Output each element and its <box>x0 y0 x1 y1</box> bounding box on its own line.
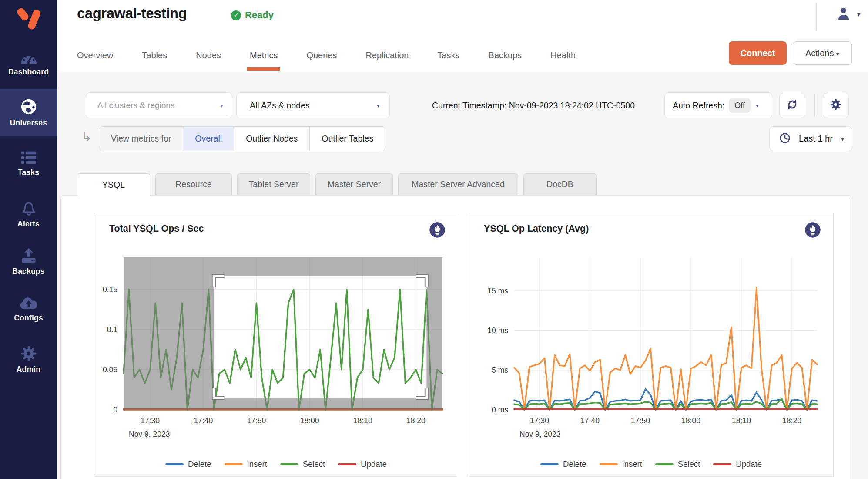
ysql-ops-plot[interactable]: 00.050.10.1517:3017:4017:5018:0018:1018:… <box>94 257 459 446</box>
clusters-regions-value: All clusters & regions <box>97 101 220 110</box>
tab-nodes[interactable]: Nodes <box>196 40 221 71</box>
legend-label: Select <box>678 459 700 469</box>
svg-text:18:10: 18:10 <box>353 416 372 425</box>
legend-swatch <box>655 463 674 465</box>
status-label: Ready <box>245 10 274 21</box>
refresh-icon <box>786 98 798 112</box>
legend-item-update[interactable]: Update <box>713 459 762 469</box>
tab-health[interactable]: Health <box>550 40 576 71</box>
metric-tab-resource[interactable]: Resource <box>155 173 232 195</box>
svg-text:18:10: 18:10 <box>732 416 751 425</box>
legend-swatch <box>338 463 356 465</box>
sidebar-item-dashboard[interactable]: Dashboard <box>0 51 57 77</box>
svg-text:0.05: 0.05 <box>103 365 117 374</box>
svg-text:18:00: 18:00 <box>681 416 700 425</box>
toolbar-divider <box>814 94 815 117</box>
svg-text:Nov 9, 2023: Nov 9, 2023 <box>129 430 170 439</box>
sidebar-item-configs[interactable]: Configs <box>0 297 57 323</box>
legend-item-update[interactable]: Update <box>338 459 387 469</box>
svg-text:0.1: 0.1 <box>107 325 117 334</box>
legend-item-insert[interactable]: Insert <box>600 459 642 469</box>
sidebar-item-label: Admin <box>17 365 40 374</box>
user-avatar-icon <box>836 6 851 23</box>
chart-legend: DeleteInsertSelectUpdate <box>469 459 833 469</box>
metric-tab-ysql[interactable]: YSQL <box>77 173 150 196</box>
prometheus-icon[interactable] <box>429 222 446 240</box>
legend-item-delete[interactable]: Delete <box>165 459 211 469</box>
legend-label: Update <box>361 459 387 469</box>
auto-refresh-control[interactable]: Auto Refresh: Off ▾ <box>664 92 772 118</box>
tab-overview[interactable]: Overview <box>77 40 113 71</box>
universe-nav-tabs: OverviewTablesNodesMetricsQueriesReplica… <box>77 40 576 71</box>
prometheus-icon[interactable] <box>804 222 821 240</box>
chart-card-ysql-op-latency: YSQL Op Latency (Avg) 0 ms5 ms10 ms15 ms… <box>469 213 834 477</box>
admin-gear-icon <box>20 345 37 362</box>
legend-item-insert[interactable]: Insert <box>225 459 267 469</box>
actions-button[interactable]: Actions ▾ <box>793 41 852 65</box>
yugabyte-logo[interactable] <box>0 4 57 36</box>
clusters-regions-dropdown[interactable]: All clusters & regions ▾ <box>86 92 232 118</box>
chart-legend: DeleteInsertSelectUpdate <box>94 459 458 469</box>
connect-button[interactable]: Connect <box>729 41 787 65</box>
legend-item-delete[interactable]: Delete <box>540 459 586 469</box>
sidebar-item-admin[interactable]: Admin <box>0 345 57 374</box>
scope-overall[interactable]: Overall <box>183 127 234 151</box>
legend-item-select[interactable]: Select <box>280 459 325 469</box>
legend-swatch <box>225 463 243 465</box>
user-menu[interactable]: ▾ <box>836 6 860 23</box>
legend-label: Select <box>303 459 325 469</box>
legend-swatch <box>713 463 731 465</box>
svg-text:15 ms: 15 ms <box>487 287 508 295</box>
chevron-down-icon: ▾ <box>836 51 839 57</box>
sidebar-item-label: Universes <box>10 118 47 128</box>
auto-refresh-label: Auto Refresh: <box>673 101 724 111</box>
metric-tab-master-server[interactable]: Master Server <box>315 173 393 195</box>
legend-item-select[interactable]: Select <box>655 459 700 469</box>
svg-text:17:30: 17:30 <box>141 416 160 425</box>
metric-category-tabs: YSQLResourceTablet ServerMaster ServerMa… <box>77 173 597 196</box>
svg-text:Nov 9, 2023: Nov 9, 2023 <box>519 430 560 439</box>
svg-text:18:00: 18:00 <box>300 416 319 425</box>
chevron-down-icon: ▾ <box>377 102 380 109</box>
backups-upload-icon <box>20 247 37 264</box>
azs-nodes-dropdown[interactable]: All AZs & nodes ▾ <box>236 92 390 118</box>
chevron-down-icon: ▾ <box>857 11 860 18</box>
metrics-settings-button[interactable] <box>823 93 849 118</box>
tab-tables[interactable]: Tables <box>142 40 167 71</box>
tab-replication[interactable]: Replication <box>365 40 409 71</box>
svg-text:17:50: 17:50 <box>247 416 266 425</box>
tab-backups[interactable]: Backups <box>489 40 522 71</box>
legend-label: Delete <box>563 459 586 469</box>
chevron-down-icon: ▾ <box>756 102 759 109</box>
top-header: cagrawal-testing ✓ Ready ▾ OverviewTable… <box>57 0 868 71</box>
sidebar-item-tasks[interactable]: Tasks <box>0 150 57 177</box>
view-metrics-label: View metrics for <box>99 127 183 151</box>
scope-outlier-nodes[interactable]: Outlier Nodes <box>234 127 310 151</box>
auto-refresh-toggle[interactable]: Off <box>729 98 751 113</box>
sidebar: Dashboard Universes Tasks Alerts Backups… <box>0 0 57 479</box>
redirect-arrow-icon: ↳ <box>81 129 92 144</box>
sidebar-item-label: Dashboard <box>8 67 49 77</box>
svg-text:0 ms: 0 ms <box>492 405 508 414</box>
sidebar-item-label: Configs <box>14 314 43 323</box>
svg-text:18:20: 18:20 <box>782 416 801 425</box>
current-timestamp: Current Timestamp: Nov-09-2023 18:24:02 … <box>432 92 635 118</box>
refresh-button[interactable] <box>779 93 805 118</box>
gear-icon <box>830 98 842 112</box>
ysql-latency-plot[interactable]: 0 ms5 ms10 ms15 ms17:3017:4017:5018:0018… <box>469 257 834 446</box>
chevron-down-icon: ▾ <box>220 102 223 109</box>
tab-tasks[interactable]: Tasks <box>437 40 459 71</box>
tab-queries[interactable]: Queries <box>306 40 337 71</box>
time-range-dropdown[interactable]: Last 1 hr ▾ <box>769 126 852 151</box>
sidebar-item-alerts[interactable]: Alerts <box>0 199 57 229</box>
metric-tab-tablet-server[interactable]: Tablet Server <box>237 173 310 195</box>
scope-outlier-tables[interactable]: Outlier Tables <box>310 127 385 151</box>
metric-tab-master-server-advanced[interactable]: Master Server Advanced <box>398 173 518 195</box>
tab-metrics[interactable]: Metrics <box>250 40 278 71</box>
sidebar-item-universes[interactable]: Universes <box>0 89 57 136</box>
metric-tab-docdb[interactable]: DocDB <box>523 173 597 195</box>
chart-title: YSQL Op Latency (Avg) <box>484 223 589 234</box>
header-divider <box>816 3 817 30</box>
sidebar-item-backups[interactable]: Backups <box>0 247 57 276</box>
chevron-down-icon: ▾ <box>841 135 844 142</box>
